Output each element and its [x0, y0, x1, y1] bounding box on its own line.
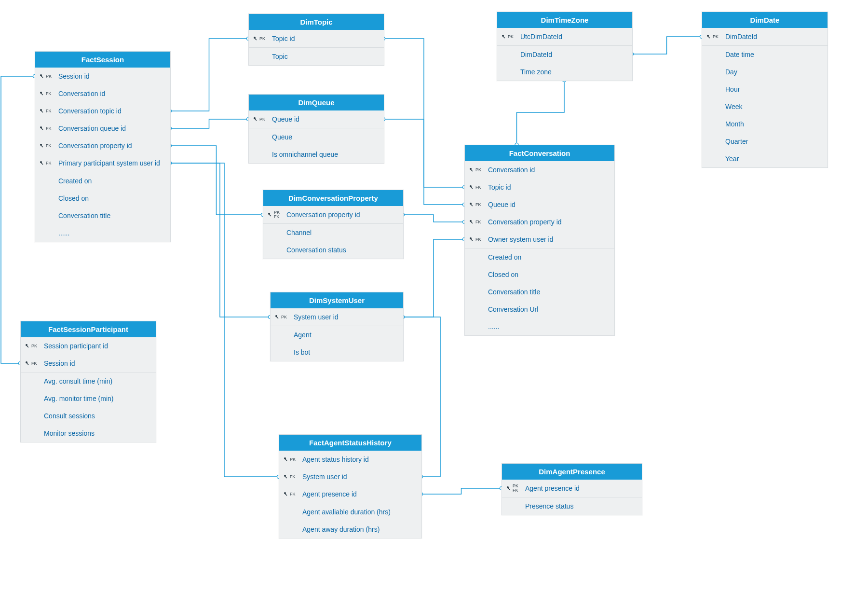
field-label: Conversation Url	[488, 305, 538, 313]
svg-rect-37	[41, 145, 43, 148]
svg-point-42	[254, 117, 256, 119]
field-label: Agent avaliable duration (hrs)	[302, 508, 391, 516]
svg-rect-53	[471, 204, 473, 207]
entity-field: ......	[35, 224, 170, 242]
entity-field: Quarter	[702, 133, 827, 150]
entity-header: FactAgentStatusHistory	[279, 435, 421, 451]
entity-field: Date time	[702, 45, 827, 63]
field-label: Monitor sessions	[44, 429, 95, 437]
svg-point-28	[40, 74, 42, 76]
entity-field: Created on	[35, 172, 170, 190]
field-label: ......	[488, 323, 499, 331]
entity-field: Conversation Url	[465, 301, 614, 318]
entity-field: FKQueue id	[465, 196, 614, 213]
entity-factConversation: FactConversationPKConversation idFKTopic…	[464, 145, 615, 336]
svg-rect-55	[471, 221, 473, 224]
field-label: Date time	[725, 51, 754, 58]
svg-point-52	[470, 203, 472, 205]
entity-field: Topic	[249, 47, 384, 65]
field-label: Conversation id	[488, 166, 535, 174]
svg-point-54	[470, 220, 472, 222]
svg-rect-49	[471, 169, 473, 172]
svg-rect-71	[285, 494, 287, 496]
entity-field: Monitor sessions	[21, 425, 156, 442]
svg-rect-51	[471, 187, 473, 189]
field-label: Agent presence id	[302, 490, 357, 498]
svg-point-44	[502, 35, 504, 37]
entity-factAgentStatusHistory: FactAgentStatusHistoryPKAgent status his…	[279, 434, 422, 538]
svg-point-50	[470, 185, 472, 187]
entity-field: FKConversation id	[35, 85, 170, 102]
svg-rect-65	[27, 363, 29, 365]
entity-dimQueue: DimQueuePKQueue idQueueIs omnichannel qu…	[248, 94, 384, 164]
entity-field: Is omnichannel queue	[249, 146, 384, 163]
entity-field: Agent avaliable duration (hrs)	[279, 503, 421, 521]
field-label: Quarter	[725, 138, 748, 145]
entity-field: ......	[465, 318, 614, 335]
entity-field: PKSystem user id	[271, 308, 403, 326]
entity-field: PKQueue id	[249, 110, 384, 128]
er-diagram-canvas: FactSessionPKSession idFKConversation id…	[0, 0, 868, 593]
entity-field: FKConversation property id	[465, 213, 614, 231]
entity-field: Channel	[263, 223, 403, 241]
entity-field: Agent away duration (hrs)	[279, 521, 421, 538]
entity-header: DimQueue	[249, 95, 384, 110]
field-label: Session participant id	[44, 342, 108, 350]
svg-rect-57	[471, 239, 473, 241]
field-label: Owner system user id	[488, 235, 553, 243]
entity-field: Conversation status	[263, 241, 403, 259]
field-label: Queue id	[272, 115, 299, 123]
svg-point-40	[254, 37, 256, 39]
field-label: Consult sessions	[44, 412, 95, 420]
svg-point-30	[40, 92, 42, 94]
svg-rect-45	[503, 36, 505, 39]
svg-point-38	[40, 161, 42, 163]
field-label: Session id	[44, 359, 75, 367]
entity-field: DimDateId	[497, 45, 632, 63]
entity-field: PKDimDateId	[702, 28, 827, 45]
entity-field: FKTopic id	[465, 179, 614, 196]
svg-rect-61	[276, 317, 279, 319]
field-label: System user id	[302, 473, 347, 481]
entity-field: Consult sessions	[21, 407, 156, 425]
entity-field: PKSession id	[35, 68, 170, 85]
entity-field: Created on	[465, 248, 614, 266]
entity-field: Closed on	[465, 266, 614, 283]
entity-field: FKAgent presence id	[279, 485, 421, 503]
field-label: Conversation property id	[286, 211, 360, 219]
field-label: Avg. consult time (min)	[44, 377, 112, 385]
field-label: Queue id	[488, 201, 515, 208]
field-label: Is omnichannel queue	[272, 151, 338, 158]
svg-point-46	[707, 35, 709, 37]
field-label: Created on	[58, 177, 92, 185]
entity-field: FKOwner system user id	[465, 231, 614, 248]
field-label: Topic	[272, 53, 288, 60]
svg-rect-69	[285, 476, 287, 479]
entity-field: FKConversation property id	[35, 137, 170, 154]
entity-field: Is bot	[271, 344, 403, 361]
field-label: Channel	[286, 229, 312, 236]
field-label: Presence status	[525, 502, 573, 510]
entity-field: Avg. monitor time (min)	[21, 390, 156, 407]
entity-header: DimAgentPresence	[502, 464, 642, 480]
field-label: Day	[725, 68, 737, 76]
field-label: Agent status history id	[302, 455, 369, 463]
entity-field: Conversation title	[35, 207, 170, 224]
field-label: Week	[725, 103, 743, 110]
svg-rect-59	[269, 214, 271, 217]
entity-field: Time zone	[497, 63, 632, 81]
field-label: Avg. monitor time (min)	[44, 395, 113, 402]
entity-field: Hour	[702, 81, 827, 98]
field-label: Conversation topic id	[58, 107, 122, 115]
field-label: Year	[725, 155, 739, 163]
field-label: UtcDimDateId	[520, 33, 562, 41]
entity-field: Presence status	[502, 497, 642, 515]
field-label: Is bot	[294, 348, 310, 356]
svg-rect-39	[41, 163, 43, 165]
entity-header: FactSessionParticipant	[21, 321, 156, 337]
entity-factSessionParticipant: FactSessionParticipantPKSession particip…	[20, 321, 156, 442]
svg-rect-67	[285, 459, 287, 461]
entity-field: PKAgent status history id	[279, 451, 421, 468]
field-label: Session id	[58, 72, 90, 80]
field-label: DimDateId	[520, 51, 552, 58]
